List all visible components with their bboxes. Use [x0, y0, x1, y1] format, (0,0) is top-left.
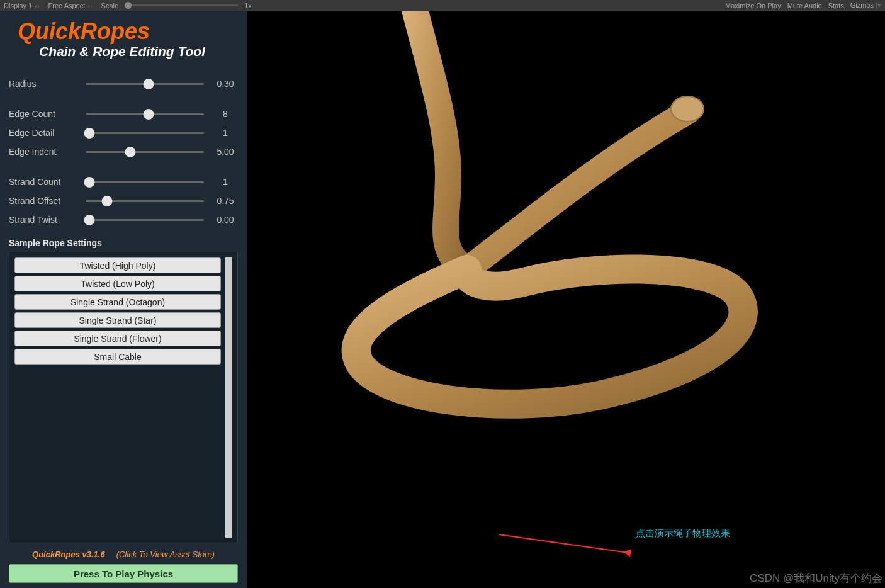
- annotation-text: 点击演示绳子物理效果: [636, 528, 730, 540]
- strand-offset-value: 0.75: [213, 196, 238, 206]
- edge-detail-row: Edge Detail 1: [9, 123, 238, 142]
- edge-indent-value: 5.00: [213, 147, 238, 157]
- edge-detail-value: 1: [213, 128, 238, 138]
- chevron-down-icon: ‹›: [87, 2, 92, 9]
- brand-title: QuickRopes: [18, 20, 238, 43]
- version-label: QuickRopes v3.1.6: [32, 550, 105, 559]
- strand-offset-row: Strand Offset 0.75: [9, 191, 238, 210]
- display-label: Display 1: [4, 2, 32, 9]
- strand-count-value: 1: [213, 177, 238, 187]
- edge-count-label: Edge Count: [9, 109, 86, 119]
- strand-offset-label: Strand Offset: [9, 196, 86, 206]
- edge-detail-label: Edge Detail: [9, 128, 86, 138]
- edge-count-value: 8: [213, 109, 238, 119]
- asset-store-link[interactable]: (Click To View Asset Store): [116, 550, 215, 559]
- preset-twisted-low[interactable]: Twisted (Low Poly): [14, 276, 221, 291]
- strand-twist-slider[interactable]: [86, 219, 204, 221]
- gizmos-dropdown[interactable]: Gizmos |▾: [850, 1, 881, 9]
- chevron-down-icon: ‹›: [35, 2, 39, 9]
- preset-single-star[interactable]: Single Strand (Star): [14, 312, 221, 328]
- edge-count-row: Edge Count 8: [9, 105, 238, 123]
- edge-indent-row: Edge Indent 5.00: [9, 142, 238, 161]
- strand-count-row: Strand Count 1: [9, 172, 238, 191]
- scale-label: Scale: [101, 2, 119, 9]
- maximize-on-play-toggle[interactable]: Maximize On Play: [725, 2, 781, 9]
- play-physics-button[interactable]: Press To Play Physics: [9, 564, 238, 583]
- preset-box: Twisted (High Poly) Twisted (Low Poly) S…: [9, 252, 238, 543]
- radius-label: Radius: [9, 79, 86, 89]
- quickropes-panel: QuickRopes Chain & Rope Editing Tool Rad…: [0, 11, 247, 588]
- edge-detail-slider[interactable]: [86, 132, 204, 134]
- radius-slider[interactable]: [86, 83, 204, 85]
- brand-subtitle: Chain & Rope Editing Tool: [39, 44, 238, 59]
- strand-offset-slider[interactable]: [86, 200, 204, 202]
- edge-indent-label: Edge Indent: [9, 147, 86, 157]
- rope-render: [247, 11, 885, 588]
- strand-count-label: Strand Count: [9, 177, 86, 187]
- strand-twist-label: Strand Twist: [9, 215, 86, 225]
- scale-slider[interactable]: [125, 4, 238, 6]
- game-view-toolbar: Display 1 ‹› Free Aspect ‹› Scale 1x Max…: [0, 0, 885, 11]
- preset-twisted-high[interactable]: Twisted (High Poly): [14, 257, 221, 273]
- edge-indent-slider[interactable]: [86, 151, 204, 153]
- preset-single-flower[interactable]: Single Strand (Flower): [14, 331, 221, 346]
- scale-control: Scale 1x: [101, 2, 252, 9]
- strand-count-slider[interactable]: [86, 181, 204, 183]
- sample-settings-header: Sample Rope Settings: [9, 238, 238, 248]
- scale-value: 1x: [244, 2, 252, 9]
- csdn-watermark: CSDN @我和Unity有个约会: [750, 571, 882, 585]
- aspect-dropdown[interactable]: Free Aspect ‹›: [48, 2, 93, 9]
- radius-row: Radius 0.30: [9, 74, 238, 93]
- gizmos-label: Gizmos: [850, 1, 874, 9]
- game-viewport[interactable]: 点击演示绳子物理效果 CSDN @我和Unity有个约会: [247, 11, 885, 588]
- svg-point-0: [671, 96, 704, 122]
- strand-twist-value: 0.00: [213, 215, 238, 225]
- preset-small-cable[interactable]: Small Cable: [14, 349, 221, 365]
- radius-value: 0.30: [213, 79, 238, 89]
- display-dropdown[interactable]: Display 1 ‹›: [4, 2, 40, 9]
- preset-scrollbar[interactable]: [225, 257, 232, 538]
- chevron-down-icon: |▾: [876, 1, 881, 9]
- stats-toggle[interactable]: Stats: [828, 2, 844, 9]
- preset-single-octagon[interactable]: Single Strand (Octagon): [14, 294, 221, 310]
- aspect-label: Free Aspect: [48, 2, 86, 9]
- mute-audio-toggle[interactable]: Mute Audio: [787, 2, 822, 9]
- strand-twist-row: Strand Twist 0.00: [9, 210, 238, 229]
- edge-count-slider[interactable]: [86, 113, 204, 115]
